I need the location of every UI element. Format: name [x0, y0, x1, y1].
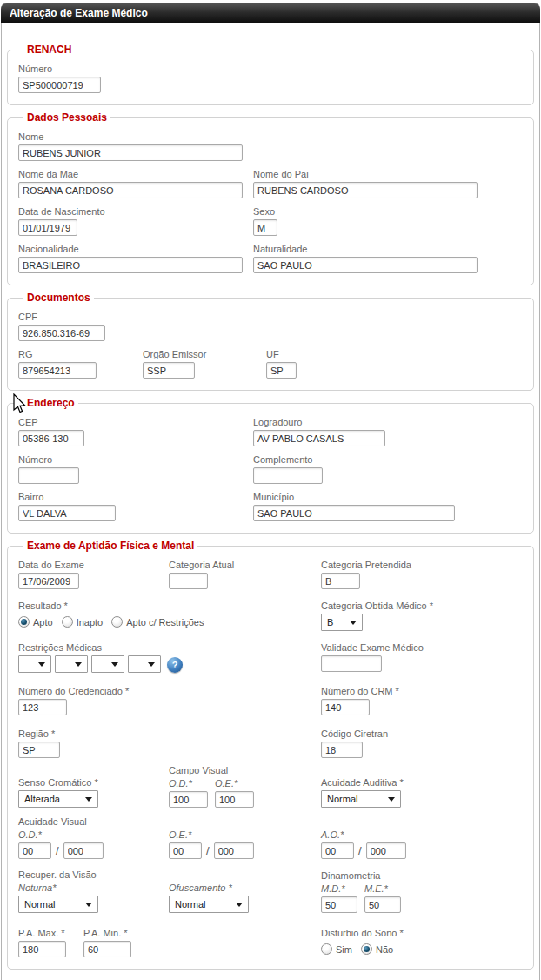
- restricao-select-1[interactable]: [18, 655, 51, 673]
- cep-input[interactable]: [18, 430, 84, 446]
- credenciado-input[interactable]: [18, 699, 67, 715]
- naturalidade-label: Naturalidade: [253, 244, 478, 254]
- data-exame-input[interactable]: [18, 573, 79, 589]
- pa-min-input[interactable]: [83, 941, 131, 957]
- complemento-input[interactable]: [253, 467, 323, 484]
- categoria-pretendida-input[interactable]: [321, 573, 360, 589]
- data-nascimento-input[interactable]: [18, 219, 77, 236]
- section-documentos-legend: Documentos: [23, 292, 94, 304]
- chevron-down-icon: [85, 797, 92, 802]
- codigo-ciretran-input[interactable]: [321, 742, 363, 758]
- acuidade-auditiva-select[interactable]: Normal: [321, 790, 401, 808]
- window-titlebar: Alteração de Exame Médico: [1, 3, 540, 23]
- senso-cromatico-select[interactable]: Alterada: [18, 790, 98, 808]
- data-exame-label: Data do Exame: [18, 560, 169, 570]
- acuidade-visual-ao-label: A.O.*: [321, 829, 406, 840]
- orgao-emissor-label: Orgão Emissor: [143, 349, 266, 359]
- footer-actions: VOLTAR SALVAR: [2, 976, 539, 980]
- municipio-label: Município: [253, 492, 455, 502]
- resultado-radio-group: Apto Inapto Apto c/ Restrições: [18, 616, 321, 628]
- restricoes-medicas-label: Restrições Médicas: [18, 642, 321, 653]
- restricao-select-3[interactable]: [91, 655, 124, 673]
- nome-mae-input[interactable]: [18, 182, 243, 198]
- cep-label: CEP: [18, 417, 253, 427]
- acuidade-visual-oe2-input[interactable]: [214, 842, 254, 859]
- campo-visual-od-input[interactable]: [169, 791, 208, 808]
- disturbio-radio-group: Sim Não: [321, 943, 404, 955]
- pa-max-label: P.A. Max. *: [18, 928, 83, 938]
- resultado-label: Resultado *: [18, 601, 321, 611]
- sexo-input[interactable]: [253, 219, 277, 236]
- renach-numero-label: Número: [18, 64, 524, 74]
- orgao-emissor-input[interactable]: [143, 362, 195, 379]
- slash-separator: /: [206, 844, 210, 857]
- dinamometria-md-input[interactable]: [321, 896, 357, 913]
- categoria-obtida-select[interactable]: B: [321, 614, 363, 631]
- dinamometria-me-label: M.E.*: [364, 883, 401, 894]
- alteracao-exame-window: Alteração de Exame Médico RENACH Número …: [1, 3, 540, 980]
- radio-inapto[interactable]: [62, 616, 73, 628]
- chevron-down-icon: [111, 662, 118, 667]
- pa-max-input[interactable]: [18, 941, 66, 957]
- logradouro-label: Logradouro: [253, 417, 385, 427]
- codigo-ciretran-label: Código Ciretran: [321, 728, 388, 739]
- restricao-select-4[interactable]: [128, 655, 161, 673]
- rg-input[interactable]: [18, 362, 97, 379]
- nacionalidade-input[interactable]: [18, 257, 243, 273]
- section-renach-legend: RENACH: [23, 44, 75, 56]
- restricao-select-2[interactable]: [55, 655, 88, 673]
- campo-visual-label: Campo Visual: [169, 765, 321, 775]
- acuidade-visual-ao1-input[interactable]: [321, 842, 354, 859]
- nome-input[interactable]: [18, 144, 243, 161]
- radio-apto-restricoes-label: Apto c/ Restrições: [126, 617, 204, 628]
- categoria-obtida-label: Categoria Obtida Médico *: [321, 601, 433, 611]
- campo-visual-oe-input[interactable]: [215, 791, 254, 808]
- logradouro-input[interactable]: [253, 430, 385, 446]
- acuidade-visual-od2-input[interactable]: [63, 842, 104, 859]
- categoria-atual-input[interactable]: [169, 573, 208, 589]
- recuper-visao-select[interactable]: Normal: [18, 896, 98, 913]
- categoria-pretendida-label: Categoria Pretendida: [321, 560, 411, 570]
- nome-pai-input[interactable]: [253, 182, 478, 198]
- recuper-visao-noturna-label: Noturna*: [18, 883, 169, 893]
- endereco-numero-label: Número: [18, 454, 253, 465]
- dinamometria-label: Dinamometria: [321, 870, 408, 881]
- uf-input[interactable]: [266, 362, 297, 379]
- nome-mae-label: Nome da Mãe: [18, 169, 253, 179]
- cpf-input[interactable]: [18, 325, 105, 341]
- radio-apto-restricoes[interactable]: [111, 616, 123, 628]
- regiao-input[interactable]: [18, 742, 60, 758]
- help-icon[interactable]: ?: [167, 657, 183, 673]
- acuidade-visual-label: Acuidade Visual: [18, 816, 169, 827]
- chevron-down-icon: [148, 662, 155, 667]
- chevron-down-icon: [350, 621, 357, 625]
- chevron-down-icon: [38, 662, 45, 667]
- dinamometria-me-input[interactable]: [364, 896, 401, 913]
- senso-cromatico-value: Alterada: [24, 794, 60, 804]
- naturalidade-input[interactable]: [253, 257, 478, 273]
- radio-apto[interactable]: [18, 616, 30, 628]
- validade-exame-input[interactable]: [321, 655, 382, 672]
- uf-label: UF: [266, 349, 297, 359]
- radio-nao[interactable]: [361, 943, 372, 955]
- acuidade-visual-ao2-input[interactable]: [366, 842, 406, 859]
- ofuscamento-select[interactable]: Normal: [169, 896, 249, 913]
- ofuscamento-label: Ofuscamento *: [169, 883, 321, 893]
- data-nascimento-label: Data de Nascimento: [18, 206, 253, 217]
- municipio-input[interactable]: [253, 505, 455, 521]
- endereco-numero-input[interactable]: [18, 467, 79, 484]
- acuidade-visual-oe1-input[interactable]: [169, 842, 202, 859]
- crm-input[interactable]: [321, 699, 370, 715]
- bairro-input[interactable]: [18, 505, 116, 521]
- section-exame: Exame de Aptidão Física e Mental Data do…: [7, 540, 534, 970]
- acuidade-visual-od1-input[interactable]: [18, 842, 51, 859]
- form-body: RENACH Número Dados Pessoais Nome Nome d…: [1, 23, 540, 980]
- radio-nao-label: Não: [376, 944, 393, 955]
- recuper-visao-label: Recuper. da Visão: [18, 869, 169, 880]
- radio-sim[interactable]: [321, 943, 332, 955]
- section-endereco-legend: Endereço: [23, 397, 78, 409]
- bairro-label: Bairro: [18, 492, 253, 502]
- section-renach: RENACH Número: [7, 44, 534, 105]
- renach-numero-input[interactable]: [18, 77, 101, 93]
- campo-visual-oe-label: O.E.*: [215, 778, 254, 789]
